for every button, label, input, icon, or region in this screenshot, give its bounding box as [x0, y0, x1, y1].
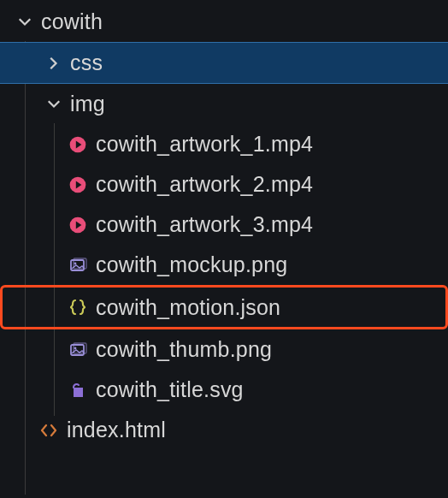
file-label: cowith_title.svg [96, 377, 244, 402]
folder-css[interactable]: css [0, 42, 448, 84]
file-item[interactable]: cowith_title.svg [0, 370, 448, 410]
file-label: cowith_thumb.png [96, 337, 272, 362]
video-icon [65, 216, 91, 234]
folder-label: img [70, 92, 105, 116]
file-item[interactable]: cowith_thumb.png [0, 329, 448, 370]
file-label: cowith_mockup.png [96, 252, 287, 277]
json-icon [65, 297, 91, 317]
file-item-highlighted[interactable]: cowith_motion.json [0, 285, 448, 329]
folder-label: cowith [41, 9, 103, 34]
file-label: cowith_artwork_1.mp4 [96, 132, 313, 157]
folder-img[interactable]: img [0, 84, 448, 124]
svg-point-4 [74, 262, 77, 264]
image-icon [65, 256, 91, 275]
file-label: cowith_artwork_3.mp4 [96, 212, 313, 237]
chevron-down-icon [14, 14, 36, 31]
folder-label: css [70, 50, 103, 75]
video-icon [65, 135, 91, 154]
file-label: cowith_motion.json [96, 295, 280, 320]
file-item[interactable]: cowith_artwork_3.mp4 [0, 205, 448, 245]
chevron-right-icon [43, 55, 65, 72]
file-item[interactable]: cowith_artwork_2.mp4 [0, 164, 448, 205]
folder-cowith[interactable]: cowith [0, 2, 448, 42]
video-icon [65, 175, 91, 194]
svg-rect-9 [74, 388, 83, 397]
file-label: cowith_artwork_2.mp4 [96, 172, 313, 197]
chevron-down-icon [43, 96, 65, 113]
file-label: index.html [67, 418, 166, 442]
svg-icon [65, 381, 91, 400]
html-icon [36, 420, 62, 441]
file-tree: cowith css img cowith_artwork_1.mp4 [0, 0, 448, 450]
file-item[interactable]: cowith_artwork_1.mp4 [0, 124, 448, 164]
svg-point-7 [74, 347, 77, 349]
image-icon [65, 341, 91, 359]
file-item[interactable]: index.html [0, 410, 448, 450]
file-item[interactable]: cowith_mockup.png [0, 245, 448, 285]
